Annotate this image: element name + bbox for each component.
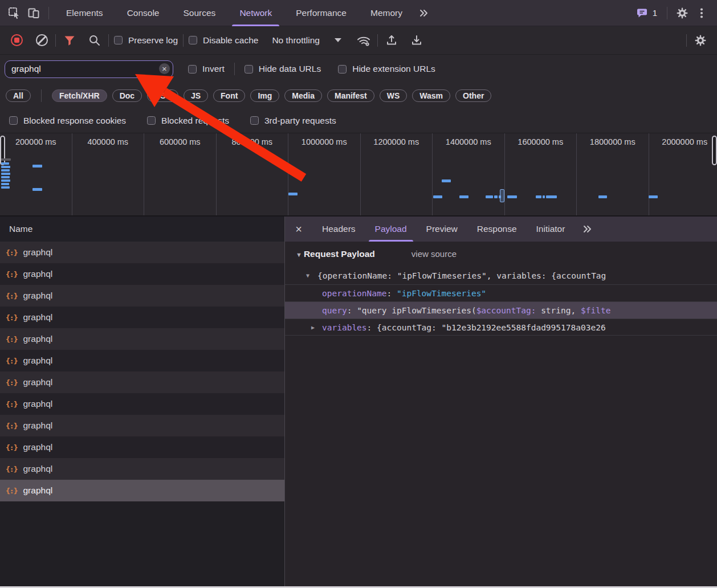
network-settings-gear-icon[interactable] (692, 32, 709, 49)
request-row[interactable]: {:}graphql (0, 328, 284, 350)
throttling-select[interactable]: No throttling (272, 35, 341, 46)
settings-gear-icon[interactable] (673, 3, 692, 23)
record-network-log-button[interactable] (8, 32, 25, 49)
request-row[interactable]: {:}graphql (0, 371, 284, 393)
chip-other[interactable]: Other (455, 89, 491, 102)
payload-entry-query[interactable]: query: "query ipFlowTimeseries($accountT… (285, 301, 717, 318)
timeline-request-bar (1, 158, 11, 161)
invert-checkbox[interactable]: Invert (188, 64, 225, 74)
import-har-icon[interactable] (383, 32, 400, 49)
tree-collapsed-icon[interactable]: ▶ (311, 319, 315, 336)
checkbox-3rd-party-requests[interactable]: 3rd-party requests (250, 116, 336, 126)
panel-tabs: ElementsConsoleSourcesNetworkPerformance… (54, 0, 414, 26)
checkbox-label: Blocked response cookies (23, 116, 126, 126)
device-toolbar-icon[interactable] (24, 3, 43, 23)
checkbox-blocked-response-cookies[interactable]: Blocked response cookies (9, 116, 126, 126)
tab-performance[interactable]: Performance (284, 0, 358, 26)
close-detail-icon[interactable]: × (285, 223, 312, 236)
tab-elements[interactable]: Elements (54, 0, 115, 26)
json-value-segment: {accountTag: "b12e3b2192ee5588fdad995178… (377, 323, 606, 332)
checkbox-label: Blocked requests (161, 116, 229, 126)
request-name: graphql (23, 269, 52, 279)
overview-right-handle[interactable] (712, 136, 717, 165)
chip-img[interactable]: Img (250, 89, 279, 102)
timeline-request-bar (649, 195, 658, 198)
more-panels-icon[interactable] (414, 3, 434, 23)
section-expand-icon[interactable]: ▼ (296, 251, 302, 258)
chip-js[interactable]: JS (184, 89, 208, 102)
chip-font[interactable]: Font (213, 89, 245, 102)
inspect-element-icon[interactable] (5, 3, 24, 23)
divider (183, 34, 184, 47)
tab-network[interactable]: Network (227, 0, 284, 26)
request-row[interactable]: {:}graphql (0, 436, 284, 458)
chip-css[interactable]: CSS (147, 89, 178, 102)
dropdown-caret-icon (335, 38, 341, 42)
request-row[interactable]: {:}graphql (0, 393, 284, 415)
request-row[interactable]: {:}graphql (0, 350, 284, 371)
export-har-icon[interactable] (408, 32, 425, 49)
chip-fetch-xhr[interactable]: Fetch/XHR (52, 89, 107, 102)
tree-expand-icon[interactable]: ▼ (306, 267, 309, 284)
gear-icon (675, 6, 689, 20)
overview-left-handle[interactable] (0, 136, 5, 165)
detail-tab-headers[interactable]: Headers (312, 217, 365, 242)
name-column-label: Name (9, 224, 32, 234)
filter-toggle-icon[interactable] (61, 32, 78, 49)
detail-tab-response[interactable]: Response (467, 217, 527, 242)
chip-ws[interactable]: WS (380, 89, 408, 102)
fetch-xhr-icon: {:} (6, 357, 17, 365)
request-name: graphql (23, 442, 52, 452)
detail-tab-preview[interactable]: Preview (417, 217, 467, 242)
clear-network-log-button[interactable] (33, 32, 50, 49)
chip-all[interactable]: All (6, 89, 31, 102)
preserve-log-checkbox[interactable]: Preserve log (114, 35, 178, 46)
clear-filter-icon[interactable]: × (159, 63, 170, 74)
payload-entry-operationName[interactable]: operationName: "ipFlowTimeseries" (285, 284, 717, 301)
filter-input[interactable] (5, 64, 173, 74)
view-source-link[interactable]: view source (412, 249, 457, 259)
overflow-menu-icon[interactable] (692, 3, 711, 23)
payload-entry-variables[interactable]: ▶variables: {accountTag: "b12e3b2192ee55… (285, 318, 717, 336)
checkbox-box (9, 116, 18, 125)
timeline-tick: 2000000 ms (649, 133, 717, 215)
issues-button[interactable]: 1 (632, 7, 662, 19)
request-row[interactable]: {:}graphql (0, 458, 284, 480)
issues-count: 1 (653, 8, 657, 18)
hide-extension-urls-checkbox[interactable]: Hide extension URLs (338, 64, 435, 74)
payload-root-preview: {operationName: "ipFlowTimeseries", vari… (317, 271, 606, 280)
detail-tab-initiator[interactable]: Initiator (527, 217, 575, 242)
payload-root-row[interactable]: ▼ {operationName: "ipFlowTimeseries", va… (285, 267, 717, 284)
json-value-segment: $filte (581, 306, 610, 315)
timeline-request-bar (32, 188, 42, 191)
timeline-request-bar (1, 186, 10, 189)
chip-manifest[interactable]: Manifest (327, 89, 374, 102)
detail-tab-payload[interactable]: Payload (365, 217, 417, 242)
chip-wasm[interactable]: Wasm (412, 89, 450, 102)
request-row[interactable]: {:}graphql (0, 242, 284, 263)
chip-media[interactable]: Media (284, 89, 322, 102)
divider (108, 34, 109, 47)
request-row[interactable]: {:}graphql (0, 307, 284, 328)
network-overview-timeline[interactable]: 200000 ms400000 ms600000 ms800000 ms1000… (0, 133, 717, 217)
chip-doc[interactable]: Doc (112, 89, 142, 102)
more-detail-tabs-icon[interactable] (578, 219, 597, 239)
timeline-request-bar (1, 179, 10, 182)
checkbox-blocked-requests[interactable]: Blocked requests (147, 116, 229, 126)
disable-cache-checkbox[interactable]: Disable cache (189, 35, 258, 46)
search-icon[interactable] (86, 32, 103, 49)
tab-console[interactable]: Console (115, 0, 172, 26)
filter-bar: × Invert Hide data URLs Hide extension U… (0, 55, 717, 83)
fetch-xhr-icon: {:} (6, 422, 17, 430)
network-conditions-icon[interactable] (355, 32, 372, 49)
request-row[interactable]: {:}graphql (0, 285, 284, 307)
request-name: graphql (23, 247, 52, 258)
request-row[interactable]: {:}graphql (0, 415, 284, 436)
checkbox-label: 3rd-party requests (264, 116, 336, 126)
tab-sources[interactable]: Sources (172, 0, 228, 26)
request-row[interactable]: {:}graphql (0, 263, 284, 285)
request-row[interactable]: {:}graphql (0, 480, 284, 501)
tab-memory[interactable]: Memory (358, 0, 414, 26)
name-column-header[interactable]: Name (0, 217, 284, 242)
hide-data-urls-checkbox[interactable]: Hide data URLs (245, 64, 321, 74)
